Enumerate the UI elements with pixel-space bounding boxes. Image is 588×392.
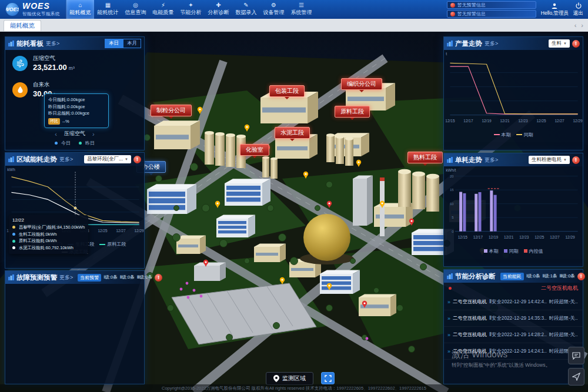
- map-label-raw-material-section[interactable]: 原料工段: [335, 106, 370, 118]
- more-link[interactable]: 更多>: [59, 156, 73, 163]
- svg-text:12/25: 12/25: [98, 229, 108, 233]
- main-nav: ⌂能耗概览▦能耗统计◎信息查询⚡电能质量✦节能分析✚分析诊断✎数据录入⚙设备管理…: [66, 0, 315, 19]
- feedback-button[interactable]: [568, 347, 584, 364]
- alert-banners: 暂无预警信息暂无报警信息: [447, 1, 536, 18]
- map-label-cement-section[interactable]: 水泥工段: [275, 127, 310, 139]
- alarm-badge-icon[interactable]: !: [577, 273, 585, 280]
- tab-scroll-left-icon[interactable]: ‹: [574, 22, 577, 29]
- carousel-next-icon[interactable]: ›: [92, 130, 95, 138]
- legend-item[interactable]: 今日: [55, 140, 71, 146]
- analysis-level-counts: Ⅰ级:0条Ⅱ级:1条Ⅲ级:0条: [526, 273, 575, 279]
- legend-item[interactable]: 本期: [484, 248, 499, 254]
- logo-subtitle: 智能优化节能系统: [22, 11, 60, 17]
- monitor-area-button[interactable]: 监测区域: [266, 372, 313, 385]
- more-link[interactable]: 更多>: [485, 156, 498, 164]
- banner-alarm[interactable]: 暂无报警信息: [447, 10, 536, 18]
- copyright-text: Copyright@2015-2022万洲电气股份有限公司 版权所有All ri…: [162, 386, 426, 391]
- logout-button[interactable]: 退出: [573, 2, 583, 17]
- carousel-prev-icon[interactable]: ‹: [55, 130, 57, 138]
- svg-text:20: 20: [450, 175, 454, 178]
- warning-level-counts: Ⅰ级:0条Ⅱ级:0条Ⅲ级:0条: [103, 274, 152, 280]
- tab-energy-overview[interactable]: 能耗概览: [4, 20, 41, 31]
- legend-item[interactable]: 昨日: [79, 140, 95, 146]
- unit-consumption-body: 05101520kWh/t12/1512/1712/1912/2112/2312…: [444, 166, 583, 255]
- product-select[interactable]: 生料 ▼: [549, 39, 570, 48]
- nav-item-diagnosis[interactable]: ✚分析诊断: [205, 0, 232, 19]
- nav-item-energy-overview[interactable]: ⌂能耗概览: [66, 0, 94, 19]
- tab-scroll-right-icon[interactable]: ›: [581, 22, 583, 29]
- analysis-item[interactable]: »二号空压机电机Ⅱ安全2022-12-29 14:28:2..时段超限-关..: [444, 327, 583, 343]
- water-icon: [12, 82, 28, 98]
- nav-label: 数据录入: [236, 9, 257, 16]
- analysis-list: »二号空压机电机Ⅱ安全2022-12-29 14:42:4..时段超限-关..»…: [444, 294, 583, 360]
- region-select[interactable]: 昌黎环段(全厂... ▼: [84, 155, 131, 163]
- chevron-down-icon: ▼: [125, 158, 128, 161]
- legend-item[interactable]: 同期: [516, 132, 533, 138]
- ratio-badge: 环比: [48, 118, 60, 125]
- panel-icon: [447, 273, 453, 279]
- map-label-clinker-section[interactable]: 熟料工段: [407, 152, 443, 163]
- banner-warning[interactable]: 暂无预警信息: [447, 1, 536, 9]
- panel-title: 产量走势: [455, 39, 482, 48]
- energy-tooltip: 今日能耗:0.00kgce 昨日能耗:0.00kgce 昨日总能耗:0.00kg…: [44, 93, 109, 128]
- legend-item[interactable]: 本期: [494, 132, 511, 138]
- analysis-item[interactable]: »二号空压机电机Ⅱ安全2022-12-29 14:35:3..时段超限-关..: [444, 310, 583, 327]
- alarm-badge-icon[interactable]: !: [155, 274, 162, 282]
- location-pin-icon: [273, 375, 279, 382]
- more-link[interactable]: 更多>: [485, 40, 498, 48]
- panel-title: 能耗看板: [16, 39, 44, 48]
- nav-item-info-query[interactable]: ◎信息查询: [122, 0, 149, 19]
- tooltip-date: 12/22: [12, 217, 85, 223]
- alarm-badge-icon[interactable]: !: [572, 156, 580, 164]
- map-label-granulation-branch[interactable]: 制粒分公司: [151, 105, 192, 116]
- map-label-laboratory[interactable]: 化验室: [240, 144, 269, 156]
- consumption-select[interactable]: 生料粉磨电耗 ▼: [529, 156, 570, 164]
- fullscreen-button[interactable]: [321, 372, 335, 384]
- current-energy-badge[interactable]: 当前能耗: [500, 273, 524, 280]
- more-link[interactable]: 更多>: [59, 274, 73, 282]
- more-link[interactable]: 更多>: [46, 40, 59, 48]
- nav-item-energy-stats[interactable]: ▦能耗统计: [94, 0, 122, 19]
- nav-item-data-entry[interactable]: ✎数据录入: [232, 0, 260, 19]
- header-right: 暂无预警信息暂无报警信息 Hello,管理员 退出: [442, 0, 588, 19]
- analysis-item[interactable]: »二号空压机电机Ⅱ安全2022-12-29 14:42:4..时段超限-关..: [444, 294, 583, 310]
- user-menu[interactable]: Hello,管理员: [541, 2, 569, 17]
- map-label-packaging-section[interactable]: 包装工段: [269, 85, 305, 97]
- analysis-item[interactable]: »二号空压机电机Ⅱ安全2022-12-29 14:24:1..时段超限-关..: [444, 343, 583, 360]
- send-icon: [572, 373, 580, 381]
- panel-title: 节能分析诊断: [455, 272, 496, 281]
- alarm-badge-icon[interactable]: !: [133, 156, 141, 163]
- overview-icon: ⌂: [78, 2, 82, 8]
- navigate-button[interactable]: [568, 368, 584, 386]
- panel-header: 故障预测预警 更多> 当前预警 Ⅰ级:0条Ⅱ级:0条Ⅲ级:0条 !: [5, 271, 144, 284]
- legend-item[interactable]: 同期: [504, 248, 519, 254]
- month-toggle[interactable]: 本月: [123, 39, 141, 48]
- map-label-weaving-branch[interactable]: 编织分公司: [341, 78, 382, 90]
- nav-item-system-management[interactable]: ☰系统管理: [288, 0, 315, 19]
- alarm-badge-icon[interactable]: !: [572, 40, 580, 48]
- unit-legend: 本期同期内控值: [444, 247, 583, 255]
- current-alert-row: 二号空压机电机: [444, 283, 583, 294]
- chevron-down-icon: ▼: [563, 42, 567, 45]
- production-trend-chart[interactable]: t12/1512/1712/1912/2112/2312/2512/2712/2…: [444, 50, 583, 131]
- legend-item[interactable]: 原料工段: [99, 241, 126, 247]
- svg-text:12/29: 12/29: [135, 229, 144, 233]
- legend-item[interactable]: 内控值: [524, 248, 543, 254]
- nav-item-power-quality[interactable]: ⚡电能质量: [149, 0, 177, 19]
- svg-text:12/29: 12/29: [573, 119, 583, 123]
- svg-text:12/17: 12/17: [473, 235, 483, 239]
- nav-item-energy-saving[interactable]: ✦节能分析: [177, 0, 205, 19]
- alert-dot-icon: [450, 3, 455, 8]
- day-toggle[interactable]: 本日: [105, 39, 123, 48]
- current-warning-badge[interactable]: 当前预警: [78, 274, 101, 282]
- svg-text:15: 15: [450, 188, 454, 192]
- logo-icon: WOES: [6, 3, 19, 16]
- unit-consumption-chart[interactable]: 05101520kWh/t12/1512/1712/1912/2112/2312…: [444, 166, 583, 247]
- panel-title: 故障预测预警: [16, 273, 57, 282]
- nav-item-device-management[interactable]: ⚙设备管理: [260, 0, 288, 19]
- region-trend-panel: 区域能耗走势 更多> 昌黎环段(全厂... ▼ ! kWh12/1512/171…: [5, 152, 145, 269]
- metric-unit: m³: [69, 65, 75, 71]
- tooltip-line: 昌黎甲段(全厂)能耗:84,150.00kWh: [12, 224, 85, 231]
- copyright-footer: Copyright@2015-2022万洲电气股份有限公司 版权所有All ri…: [0, 384, 588, 392]
- metric-name: 自来水: [33, 81, 55, 89]
